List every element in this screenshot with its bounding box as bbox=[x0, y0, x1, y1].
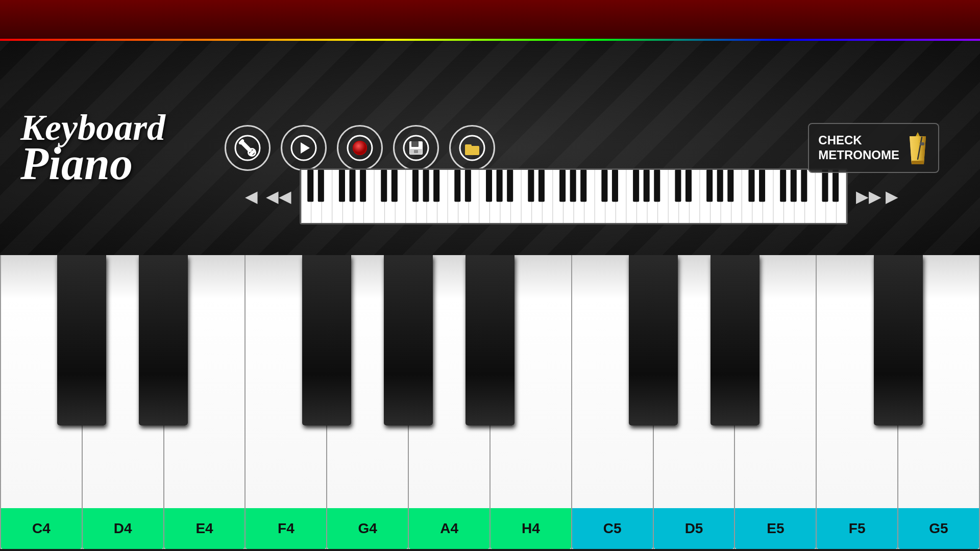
svg-rect-100 bbox=[654, 169, 660, 202]
key-e5-label: E5 bbox=[735, 508, 816, 549]
svg-rect-77 bbox=[318, 169, 324, 202]
svg-rect-79 bbox=[350, 169, 356, 202]
play-icon bbox=[290, 135, 317, 161]
svg-rect-88 bbox=[486, 169, 492, 202]
save-button[interactable] bbox=[393, 125, 439, 171]
key-c4-label: C4 bbox=[1, 508, 82, 549]
svg-rect-89 bbox=[497, 169, 503, 202]
nav-prev-single[interactable]: ◀◀ bbox=[266, 187, 291, 206]
key-ds4[interactable] bbox=[139, 255, 188, 425]
folder-icon bbox=[459, 135, 485, 161]
mini-keyboard-display bbox=[300, 168, 848, 224]
svg-rect-82 bbox=[391, 169, 398, 202]
svg-rect-110 bbox=[801, 169, 807, 202]
svg-rect-111 bbox=[822, 169, 828, 202]
svg-rect-81 bbox=[381, 169, 387, 202]
svg-rect-86 bbox=[454, 169, 460, 202]
key-fs5[interactable] bbox=[874, 255, 923, 425]
key-gs4[interactable] bbox=[384, 255, 433, 425]
key-g5-label: G5 bbox=[898, 508, 979, 549]
svg-rect-103 bbox=[706, 169, 713, 202]
save-icon bbox=[403, 135, 429, 161]
svg-rect-14 bbox=[414, 150, 418, 153]
key-cs5[interactable] bbox=[629, 255, 678, 425]
svg-rect-80 bbox=[360, 169, 366, 202]
svg-rect-109 bbox=[791, 169, 797, 202]
settings-button[interactable] bbox=[225, 125, 271, 171]
svg-rect-92 bbox=[538, 169, 545, 202]
open-button[interactable] bbox=[449, 125, 495, 171]
svg-rect-106 bbox=[748, 169, 754, 202]
svg-rect-97 bbox=[612, 169, 618, 202]
svg-rect-112 bbox=[832, 169, 839, 202]
key-h4-label: H4 bbox=[491, 508, 571, 549]
check-metronome-text: CHECK METRONOME bbox=[818, 133, 899, 163]
key-g4-label: G4 bbox=[327, 508, 408, 549]
svg-rect-90 bbox=[507, 169, 513, 202]
record-icon bbox=[347, 135, 373, 161]
main-keyboard-area: C4 D4 E4 F4 G4 bbox=[0, 255, 980, 549]
key-c5-label: C5 bbox=[572, 508, 653, 549]
svg-rect-105 bbox=[727, 169, 733, 202]
app-logo: Keyboard Piano bbox=[20, 109, 194, 187]
svg-rect-22 bbox=[920, 142, 924, 145]
mini-keyboard-svg bbox=[301, 169, 847, 223]
key-f5-label: F5 bbox=[817, 508, 897, 549]
svg-rect-108 bbox=[780, 169, 786, 202]
key-e4-label: E4 bbox=[164, 508, 245, 549]
svg-rect-78 bbox=[339, 169, 345, 202]
svg-marker-6 bbox=[301, 142, 310, 154]
svg-rect-17 bbox=[465, 144, 472, 147]
key-as4[interactable] bbox=[465, 255, 514, 425]
key-a4-label: A4 bbox=[409, 508, 489, 549]
svg-rect-94 bbox=[570, 169, 576, 202]
svg-rect-84 bbox=[423, 169, 429, 202]
key-d5-label: D5 bbox=[654, 508, 734, 549]
svg-rect-93 bbox=[559, 169, 566, 202]
nav-prev-double[interactable]: ◀ bbox=[245, 187, 258, 206]
header-area: Keyboard Piano bbox=[0, 41, 980, 255]
logo-piano: Piano bbox=[20, 141, 194, 187]
nav-next-double[interactable]: ▶ bbox=[886, 187, 898, 206]
svg-rect-104 bbox=[717, 169, 723, 202]
controls-group bbox=[225, 125, 495, 171]
record-button[interactable] bbox=[337, 125, 383, 171]
key-fs4[interactable] bbox=[302, 255, 351, 425]
svg-rect-12 bbox=[411, 141, 419, 147]
top-bar bbox=[0, 0, 980, 41]
mini-keyboard-nav: ◀ ◀◀ bbox=[245, 168, 898, 224]
svg-rect-96 bbox=[601, 169, 607, 202]
svg-marker-20 bbox=[916, 132, 920, 136]
key-ds5[interactable] bbox=[710, 255, 760, 425]
svg-rect-85 bbox=[433, 169, 439, 202]
svg-marker-19 bbox=[910, 136, 926, 164]
svg-rect-95 bbox=[580, 169, 586, 202]
metronome-icon bbox=[906, 131, 929, 165]
svg-rect-101 bbox=[675, 169, 681, 202]
key-f4-label: F4 bbox=[246, 508, 326, 549]
wrench-icon bbox=[234, 135, 261, 161]
svg-rect-98 bbox=[633, 169, 639, 202]
svg-rect-23 bbox=[912, 161, 924, 164]
play-button[interactable] bbox=[281, 125, 327, 171]
check-metronome-button[interactable]: CHECK METRONOME bbox=[808, 123, 939, 173]
svg-point-9 bbox=[353, 141, 366, 155]
svg-rect-102 bbox=[685, 169, 692, 202]
svg-rect-76 bbox=[307, 169, 313, 202]
svg-rect-83 bbox=[412, 169, 419, 202]
nav-next-single[interactable]: ▶▶ bbox=[856, 187, 881, 206]
key-d4-label: D4 bbox=[83, 508, 163, 549]
svg-rect-91 bbox=[528, 169, 534, 202]
svg-rect-87 bbox=[465, 169, 471, 202]
svg-rect-99 bbox=[644, 169, 650, 202]
nav-right-group: ▶▶ ▶ bbox=[856, 187, 898, 206]
svg-rect-107 bbox=[759, 169, 765, 202]
key-cs4[interactable] bbox=[57, 255, 106, 425]
